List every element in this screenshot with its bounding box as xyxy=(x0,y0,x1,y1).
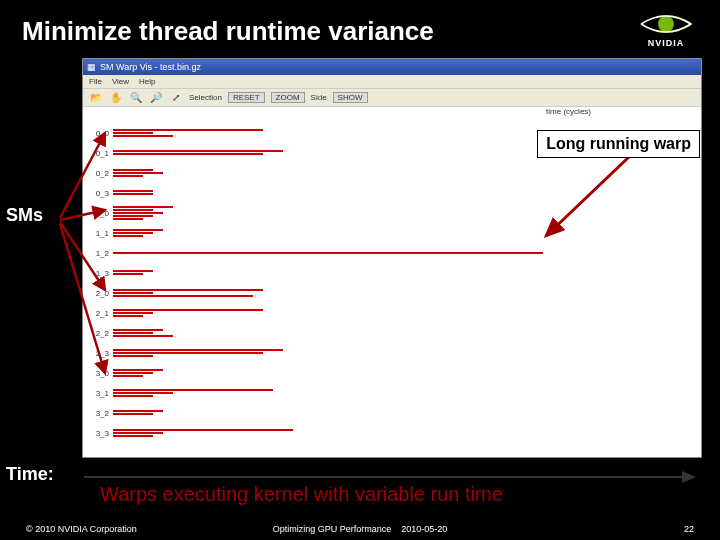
menu-help[interactable]: Help xyxy=(139,77,155,86)
warp-bar xyxy=(113,392,173,394)
warp-row: 0_2 xyxy=(83,163,543,183)
warp-row: 2_1 xyxy=(83,303,543,323)
warp-bar xyxy=(113,369,163,371)
warp-row: 3_3 xyxy=(83,423,543,443)
row-bars xyxy=(113,410,163,416)
zoom-fit-icon[interactable]: ⤢ xyxy=(169,92,183,103)
svg-line-1 xyxy=(546,156,630,236)
logo-brand-text: NVIDIA xyxy=(648,38,685,48)
row-bars xyxy=(113,389,273,398)
warp-bar xyxy=(113,335,173,337)
x-axis-label: time (cycles) xyxy=(546,107,591,116)
warp-bar xyxy=(113,212,163,214)
warp-bar xyxy=(113,172,163,174)
row-bars xyxy=(113,169,163,178)
svg-line-2 xyxy=(60,133,105,218)
warp-bar xyxy=(113,150,283,152)
warp-bar xyxy=(113,229,163,231)
warp-bar xyxy=(113,135,173,137)
warp-row: 2_3 xyxy=(83,343,543,363)
warp-bar xyxy=(113,349,283,351)
zoom-out-icon[interactable]: 🔎 xyxy=(149,92,163,103)
warp-row: 1_1 xyxy=(83,223,543,243)
time-label: Time: xyxy=(6,464,54,485)
profiler-window: ▦ SM Warp Vis - test.bin.gz File View He… xyxy=(82,58,702,458)
caption: Warps executing kernel with variable run… xyxy=(100,483,503,506)
warp-row: 3_2 xyxy=(83,403,543,423)
footer: © 2010 NVIDIA Corporation Optimizing GPU… xyxy=(0,524,720,534)
footer-date: 2010-05-20 xyxy=(401,524,447,534)
row-bars xyxy=(113,309,263,318)
menubar[interactable]: File View Help xyxy=(83,75,701,89)
warp-bar xyxy=(113,309,263,311)
warp-row: 1_2 xyxy=(83,243,543,263)
row-bars xyxy=(113,229,163,238)
footer-center: Optimizing GPU Performance 2010-05-20 xyxy=(273,524,448,534)
hand-icon[interactable]: ✋ xyxy=(109,92,123,103)
window-icon: ▦ xyxy=(87,62,96,72)
copyright: © 2010 NVIDIA Corporation xyxy=(26,524,137,534)
row-bars xyxy=(113,289,263,298)
row-bars xyxy=(113,206,173,221)
zoom-button[interactable]: ZOOM xyxy=(271,92,305,103)
window-title: SM Warp Vis - test.bin.gz xyxy=(100,62,201,72)
svg-line-5 xyxy=(60,224,105,373)
warp-row: 1_0 xyxy=(83,203,543,223)
row-bars xyxy=(113,129,263,138)
menu-file[interactable]: File xyxy=(89,77,102,86)
row-bars xyxy=(113,429,293,438)
reset-button[interactable]: RESET xyxy=(228,92,265,103)
warp-row: 0_3 xyxy=(83,183,543,203)
show-button[interactable]: SHOW xyxy=(333,92,368,103)
warp-bar xyxy=(113,329,163,331)
nvidia-eye-icon xyxy=(636,12,696,36)
warp-row: 0_1 xyxy=(83,143,543,163)
warp-bar xyxy=(113,206,173,208)
warp-bar xyxy=(113,289,263,291)
time-arrow-icon xyxy=(84,470,704,484)
warp-row: 0_0 xyxy=(83,123,543,143)
sms-arrows-icon xyxy=(50,128,120,448)
warp-bar xyxy=(113,389,273,391)
window-titlebar: ▦ SM Warp Vis - test.bin.gz xyxy=(83,59,701,75)
sms-label: SMs xyxy=(6,205,43,226)
warp-bar xyxy=(113,252,543,254)
row-bars xyxy=(113,349,283,358)
row-bars xyxy=(113,252,543,255)
warp-bar xyxy=(113,432,163,434)
warp-bar xyxy=(113,295,253,297)
warp-bar xyxy=(113,352,263,354)
warp-row: 1_3 xyxy=(83,263,543,283)
warp-row: 3_0 xyxy=(83,363,543,383)
annotation-long-warp: Long running warp xyxy=(537,130,700,158)
nvidia-logo: NVIDIA xyxy=(630,12,702,52)
side-label: Side xyxy=(311,93,327,102)
warp-bar xyxy=(113,153,263,155)
menu-view[interactable]: View xyxy=(112,77,129,86)
arrow-to-long-warp-icon xyxy=(540,156,660,256)
row-bars xyxy=(113,329,173,338)
svg-line-4 xyxy=(60,222,105,290)
slide-title: Minimize thread runtime variance xyxy=(0,0,720,47)
row-bars xyxy=(113,150,283,156)
row-bars xyxy=(113,369,163,378)
warp-rows: 0_00_10_20_31_01_11_21_32_02_12_22_33_03… xyxy=(83,123,543,443)
warp-row: 2_2 xyxy=(83,323,543,343)
toolbar: 📂 ✋ 🔍 🔎 ⤢ Selection RESET ZOOM Side SHOW xyxy=(83,89,701,107)
svg-line-3 xyxy=(60,210,105,220)
warp-bar xyxy=(113,410,163,412)
warp-bar xyxy=(113,429,293,431)
footer-title: Optimizing GPU Performance xyxy=(273,524,392,534)
open-icon[interactable]: 📂 xyxy=(89,92,103,103)
page-number: 22 xyxy=(684,524,694,534)
zoom-in-icon[interactable]: 🔍 xyxy=(129,92,143,103)
warp-row: 3_1 xyxy=(83,383,543,403)
warp-bar xyxy=(113,129,263,131)
svg-rect-0 xyxy=(636,14,656,34)
warp-row: 2_0 xyxy=(83,283,543,303)
selection-label: Selection xyxy=(189,93,222,102)
